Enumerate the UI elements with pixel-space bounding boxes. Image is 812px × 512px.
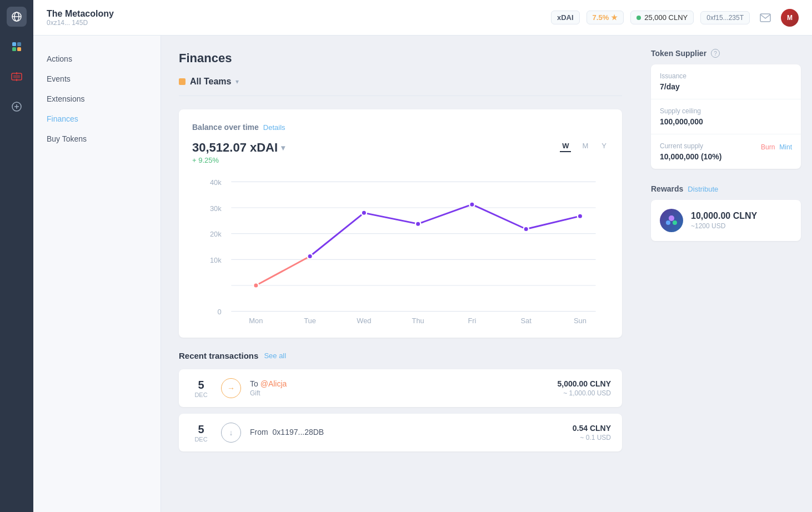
tx-day-1: 5 bbox=[190, 379, 212, 391]
svg-point-34 bbox=[307, 254, 312, 259]
rewards-amount: 10,000.00 CLNY bbox=[691, 211, 757, 221]
svg-point-43 bbox=[669, 215, 674, 221]
tx-month-1: DEC bbox=[190, 391, 212, 398]
tx-type-1: Gift bbox=[250, 389, 549, 397]
top-header: The Metacolony 0xz14... 145D xDAI 7.5% ★… bbox=[33, 0, 812, 36]
chart-area: 30,512.07 xDAI ▾ + 9.25% W M Y bbox=[192, 140, 609, 324]
tx-icon-outgoing: → bbox=[221, 378, 241, 398]
svg-text:Sat: Sat bbox=[520, 317, 532, 324]
svg-point-37 bbox=[469, 202, 474, 207]
clny-balance-badge[interactable]: 25,000 CLNY bbox=[630, 11, 694, 24]
chart-value-chevron-icon[interactable]: ▾ bbox=[281, 143, 285, 152]
svg-rect-5 bbox=[12, 47, 16, 51]
svg-text:Mon: Mon bbox=[249, 317, 263, 324]
add-icon[interactable] bbox=[7, 97, 27, 117]
network-badge[interactable]: xDAI bbox=[551, 11, 580, 24]
rewards-section: Rewards Distribute bbox=[651, 184, 801, 241]
burn-button[interactable]: Burn bbox=[761, 143, 775, 151]
svg-text:0: 0 bbox=[218, 308, 222, 317]
page-title: Finances bbox=[179, 51, 622, 66]
svg-point-41 bbox=[666, 220, 670, 225]
svg-rect-8 bbox=[13, 75, 20, 78]
ts-supply-ceiling-label: Supply ceiling bbox=[660, 107, 792, 115]
transaction-item-2: 5 DEC ↓ From 0x1197...28DB 0.54 bbox=[179, 414, 622, 451]
details-link[interactable]: Details bbox=[263, 123, 285, 132]
right-sidebar: Token Supplier ? Issuance 7/day Supply c… bbox=[640, 36, 812, 512]
svg-text:Tue: Tue bbox=[304, 317, 316, 324]
svg-point-38 bbox=[523, 227, 528, 232]
period-week[interactable]: W bbox=[560, 140, 571, 152]
teams-color-dot bbox=[179, 78, 186, 85]
colony-name: The Metacolony bbox=[47, 9, 551, 19]
clny-dot bbox=[636, 16, 641, 20]
see-all-link[interactable]: See all bbox=[264, 352, 286, 360]
clny-balance: 25,000 CLNY bbox=[644, 13, 688, 22]
svg-point-39 bbox=[578, 214, 583, 219]
tx-recipient-2: 0x1197...28DB bbox=[273, 428, 324, 436]
nav-item-finances[interactable]: Finances bbox=[33, 109, 161, 129]
mint-button[interactable]: Mint bbox=[779, 143, 792, 151]
svg-text:10k: 10k bbox=[210, 256, 222, 264]
chart-period-selector: W M Y bbox=[560, 140, 609, 152]
token-supplier-title: Token Supplier bbox=[651, 49, 706, 58]
balance-chart: 40k 30k 20k 10k 0 Mon Tue Wed Thu Fri bbox=[192, 169, 609, 324]
ts-issuance-label: Issuance bbox=[660, 72, 792, 80]
balance-header: Balance over time Details bbox=[192, 123, 609, 132]
tx-icon-incoming: ↓ bbox=[221, 423, 241, 443]
transactions-title: Recent transactions bbox=[179, 351, 258, 360]
svg-rect-14 bbox=[760, 14, 770, 22]
teams-label: All Teams bbox=[190, 77, 231, 87]
svg-rect-4 bbox=[17, 42, 21, 46]
transactions-section: Recent transactions See all 5 DEC → To bbox=[179, 351, 622, 451]
distribute-link[interactable]: Distribute bbox=[688, 185, 718, 193]
globe-icon[interactable] bbox=[7, 7, 27, 27]
period-year[interactable]: Y bbox=[599, 140, 609, 152]
ts-current-supply-header: Current supply Burn Mint bbox=[660, 142, 792, 152]
svg-text:40k: 40k bbox=[210, 178, 222, 187]
nav-item-extensions[interactable]: Extensions bbox=[33, 89, 161, 109]
rewards-usd: ~1200 USD bbox=[691, 222, 757, 230]
token-supplier-header: Token Supplier ? bbox=[651, 49, 801, 58]
tx-to-1: To @Alicja bbox=[250, 379, 549, 388]
svg-text:30k: 30k bbox=[210, 204, 222, 213]
tx-amount-2: 0.54 CLNY ~ 0.1 USD bbox=[573, 424, 611, 441]
nav-item-buy-tokens[interactable]: Buy Tokens bbox=[33, 129, 161, 149]
rewards-card: 10,000.00 CLNY ~1200 USD bbox=[651, 200, 801, 241]
teams-chevron-icon[interactable]: ▾ bbox=[235, 78, 239, 86]
rewards-header: Rewards Distribute bbox=[651, 184, 801, 193]
nav-item-events[interactable]: Events bbox=[33, 69, 161, 89]
svg-text:Thu: Thu bbox=[412, 317, 424, 324]
transaction-item: 5 DEC → To @Alicja Gift 5,000.00 bbox=[179, 369, 622, 407]
svg-point-42 bbox=[673, 220, 677, 225]
colony-icon[interactable] bbox=[7, 37, 27, 57]
token-icon[interactable] bbox=[7, 67, 27, 87]
colony-brand: The Metacolony 0xz14... 145D bbox=[47, 9, 551, 27]
token-supplier-help-icon[interactable]: ? bbox=[711, 49, 720, 58]
chart-main-value: 30,512.07 xDAI ▾ bbox=[192, 140, 285, 155]
ts-supply-ceiling-value: 100,000,000 bbox=[660, 117, 792, 126]
mail-icon[interactable] bbox=[756, 9, 774, 27]
transactions-header: Recent transactions See all bbox=[179, 351, 622, 360]
balance-title: Balance over time bbox=[192, 123, 259, 132]
avatar[interactable]: M bbox=[781, 9, 799, 27]
nav-item-actions[interactable]: Actions bbox=[33, 49, 161, 69]
colony-address: 0xz14... 145D bbox=[47, 19, 551, 27]
reputation-value: 7.5% bbox=[593, 13, 609, 22]
teams-filter[interactable]: All Teams ▾ bbox=[179, 77, 622, 96]
svg-text:20k: 20k bbox=[210, 230, 222, 239]
reputation-badge[interactable]: 7.5% ★ bbox=[587, 11, 624, 24]
tx-amount-value-1: 5,000.00 CLNY bbox=[558, 379, 611, 388]
ts-current-supply-row: Current supply Burn Mint 10,000,000 (10%… bbox=[651, 134, 801, 169]
ts-supply-ceiling-row: Supply ceiling 100,000,000 bbox=[651, 99, 801, 134]
svg-text:Wed: Wed bbox=[357, 317, 371, 324]
period-month[interactable]: M bbox=[580, 140, 590, 152]
tx-details-2: From 0x1197...28DB bbox=[250, 428, 564, 438]
tx-amount-1: 5,000.00 CLNY ~ 1,000.00 USD bbox=[558, 379, 611, 397]
star-icon: ★ bbox=[611, 13, 618, 22]
token-supplier-card: Issuance 7/day Supply ceiling 100,000,00… bbox=[651, 64, 801, 169]
rewards-title: Rewards bbox=[651, 184, 683, 193]
main-content: Finances All Teams ▾ Balance over time D… bbox=[161, 36, 640, 512]
wallet-address-badge[interactable]: 0xf15...235T bbox=[700, 11, 750, 24]
tx-to-2: From 0x1197...28DB bbox=[250, 428, 564, 436]
left-navigation: Actions Events Extensions Finances Buy T… bbox=[33, 36, 161, 512]
